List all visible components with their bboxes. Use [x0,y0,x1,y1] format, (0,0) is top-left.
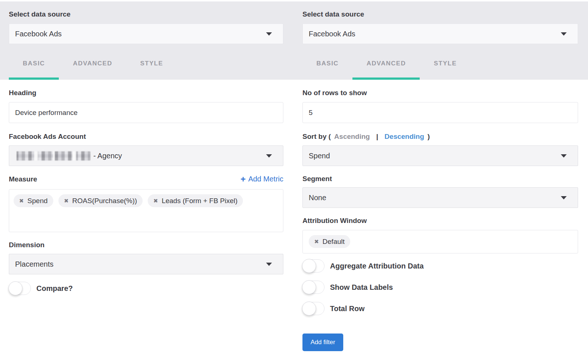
aggregate-attribution-toggle-row: Aggregate Attribution Data [302,259,578,273]
data-source-select[interactable]: Facebook Ads [9,24,283,44]
toggle-knob [302,280,316,294]
add-metric-link[interactable]: + Add Metric [240,175,283,183]
show-data-labels-toggle[interactable] [302,281,325,294]
total-row-toggle[interactable] [302,302,325,315]
show-data-labels-toggle-row: Show Data Labels [302,281,578,294]
sort-ascending-link[interactable]: Ascending [334,133,370,140]
redacted-account-name [15,151,90,161]
account-value: - Agency [93,152,122,160]
sort-by-select[interactable]: Spend [302,145,578,166]
remove-tag-icon[interactable]: ✖ [19,198,24,204]
sort-by-value: Spend [309,152,330,160]
toggle-knob [302,302,316,316]
measure-tag-label: Spend [28,197,48,205]
dimension-select[interactable]: Placements [9,254,283,274]
aggregate-attribution-toggle[interactable] [302,259,325,273]
segment-label: Segment [302,175,578,183]
toggle-knob [8,281,22,295]
total-row-label: Total Row [330,304,365,313]
tab-style[interactable]: STYLE [420,57,470,80]
compare-toggle-row: Compare? [9,282,283,295]
data-source-value: Facebook Ads [309,30,355,38]
left-tab-bar: BASIC ADVANCED STYLE [9,57,177,80]
data-source-select[interactable]: Facebook Ads [302,24,578,44]
tab-basic[interactable]: BASIC [302,57,352,80]
data-source-label: Select data source [302,1,578,18]
sort-suffix: ) [427,133,430,140]
attribution-window-box[interactable]: ✖ Default [302,230,578,253]
caret-down-icon [561,32,567,36]
right-panel-content: No of rows to show Sort by ( Ascending |… [302,80,578,364]
left-panel-content: Heading Facebook Ads Account - Agency Me… [9,80,283,364]
toggle-knob [302,259,316,273]
measure-tag: ✖ Spend [14,194,53,207]
sort-prefix: Sort by ( [302,133,331,140]
heading-label: Heading [9,89,283,97]
widget-settings-panels: Select data source Facebook Ads BASIC AD… [0,1,588,364]
measure-tags-box[interactable]: ✖ Spend ✖ ROAS(Purchase(%)) ✖ Leads (For… [9,189,283,232]
plus-icon: + [240,176,245,183]
tab-advanced[interactable]: ADVANCED [352,57,420,80]
total-row-toggle-row: Total Row [302,302,578,315]
heading-input[interactable] [9,102,283,123]
attribution-tag: ✖ Default [309,235,350,248]
show-data-labels-label: Show Data Labels [330,283,393,292]
tab-advanced[interactable]: ADVANCED [59,57,126,80]
sort-separator: | [376,133,378,140]
segment-select[interactable]: None [302,187,578,208]
measure-row: Measure + Add Metric [9,175,283,183]
right-tab-bar: BASIC ADVANCED STYLE [302,57,471,80]
content-band: Heading Facebook Ads Account - Agency Me… [0,80,588,364]
dimension-label: Dimension [9,241,283,249]
left-panel-header: Select data source Facebook Ads BASIC AD… [9,1,283,80]
tab-style[interactable]: STYLE [126,57,177,80]
caret-down-icon [266,154,272,158]
caret-down-icon [266,263,272,266]
sort-by-label: Sort by ( Ascending | Descending ) [302,133,578,141]
tab-basic[interactable]: BASIC [9,57,59,80]
account-select[interactable]: - Agency [9,145,283,166]
measure-label: Measure [9,175,37,183]
dimension-value: Placements [15,260,54,269]
caret-down-icon [266,32,272,36]
sort-descending-link[interactable]: Descending [384,133,424,140]
rows-input[interactable] [302,102,578,123]
add-metric-label: Add Metric [248,175,283,183]
data-source-label: Select data source [9,1,283,18]
remove-tag-icon[interactable]: ✖ [153,198,158,204]
compare-toggle[interactable] [9,282,31,295]
attribution-tag-label: Default [323,238,345,246]
compare-label: Compare? [36,284,73,293]
right-panel-header: Select data source Facebook Ads BASIC AD… [302,1,578,80]
data-source-value: Facebook Ads [15,30,62,38]
measure-tag-label: Leads (Form + FB Pixel) [162,197,237,205]
rows-label: No of rows to show [302,89,578,97]
remove-tag-icon[interactable]: ✖ [314,238,319,245]
caret-down-icon [561,154,567,158]
measure-tag: ✖ Leads (Form + FB Pixel) [148,194,243,207]
segment-value: None [309,194,326,202]
remove-tag-icon[interactable]: ✖ [64,198,69,204]
measure-tag: ✖ ROAS(Purchase(%)) [58,194,143,207]
header-band: Select data source Facebook Ads BASIC AD… [0,1,588,80]
aggregate-attribution-label: Aggregate Attribution Data [330,262,424,270]
measure-tag-label: ROAS(Purchase(%)) [72,197,137,205]
attribution-window-label: Attribution Window [302,217,578,225]
account-label: Facebook Ads Account [9,133,283,141]
caret-down-icon [561,196,567,199]
add-filter-button[interactable]: Add filter [302,334,343,351]
